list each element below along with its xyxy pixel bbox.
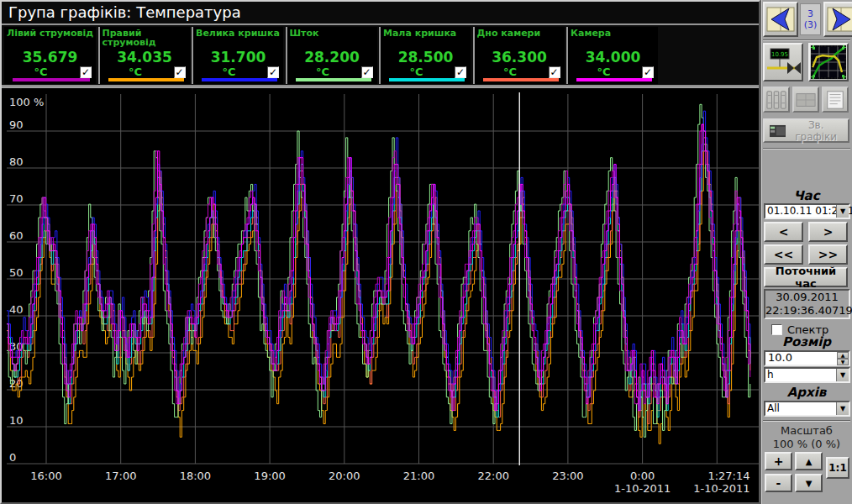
channel-visibility-checkbox[interactable]: ✓ [174, 66, 186, 78]
dropdown-arrow-icon[interactable]: ▼ [836, 402, 849, 415]
channel-name: Правий струмовід [100, 27, 190, 47]
scale-header: Масштаб [761, 424, 852, 437]
divider [763, 148, 850, 150]
channel-color-bar [483, 78, 559, 81]
svg-text:0:00: 0:00 [630, 470, 655, 482]
time-jump-back-button[interactable]: << [764, 244, 803, 265]
svg-text:80: 80 [9, 155, 24, 168]
svg-text:17:00: 17:00 [105, 470, 136, 482]
gauges-view-button[interactable] [763, 87, 790, 113]
channel-unit: °C [287, 66, 359, 78]
size-value: 10.0 [768, 351, 792, 364]
channel-value: 36.300 [475, 49, 565, 66]
channel-visibility-checkbox[interactable]: ✓ [267, 66, 279, 78]
zoom-out-button[interactable]: - [765, 474, 792, 492]
channel-name: Дно камери [475, 27, 565, 38]
channel-name: Лівий струмовід [4, 27, 96, 38]
table-view-button[interactable] [792, 87, 819, 113]
spinner-down-icon[interactable]: ▼ [837, 359, 849, 365]
control-sidebar: 3 (3) 10.95 [760, 0, 852, 504]
trend-plot[interactable]: 100 %102030405060708090016:0017:0018:001… [2, 88, 759, 502]
trend-view-button[interactable] [808, 43, 849, 81]
channel-value: 35.679 [4, 49, 96, 66]
size-unit-value: h [767, 369, 774, 381]
channel-visibility-checkbox[interactable]: ✓ [549, 66, 560, 78]
svg-text:100 %: 100 % [9, 96, 44, 108]
svg-text:70: 70 [9, 192, 24, 205]
current-time-button[interactable]: Поточний час [764, 267, 848, 287]
channel-visibility-checkbox[interactable]: ✓ [455, 66, 466, 78]
page-indicator: 3 (3) [800, 3, 821, 35]
gauges-icon [766, 90, 786, 110]
time-step-back-button[interactable]: < [764, 222, 803, 242]
channel-name: Шток [287, 27, 377, 38]
next-group-button[interactable] [823, 2, 852, 37]
time-section-header: Час [761, 188, 852, 203]
spectrum-checkbox[interactable] [771, 324, 782, 335]
dropdown-arrow-icon[interactable]: ▼ [836, 369, 849, 381]
channel-color-bar [13, 78, 90, 81]
svg-text:50: 50 [9, 266, 24, 279]
archive-header: Архів [761, 385, 852, 400]
archive-datetime-display: 30.09.2011 22:19:36.407196 [764, 289, 850, 319]
report-graphs-icon [770, 124, 786, 138]
archive-date: 30.09.2011 [765, 291, 849, 304]
svg-text:1:27:14: 1:27:14 [707, 470, 749, 482]
document-icon [825, 90, 845, 110]
channel-visibility-checkbox[interactable]: ✓ [642, 66, 654, 78]
legend-channel-4: Шток28.200°C✓ [286, 27, 377, 84]
chart-region: Група графіків: Температура Лівий струмо… [0, 0, 760, 504]
scale-value: 100 % (0 %) [761, 438, 852, 450]
svg-text:40: 40 [9, 303, 24, 316]
spinner-up-icon[interactable]: ▲ [837, 352, 849, 359]
mnemonic-view-button[interactable]: 10.95 [763, 43, 803, 81]
page-title: Група графіків: Температура [2, 2, 759, 24]
page-forward-icon [827, 5, 852, 34]
channel-name: Камера [568, 27, 658, 38]
svg-text:1-10-2011: 1-10-2011 [614, 482, 671, 495]
pan-down-button[interactable]: ▼ [795, 474, 823, 492]
page-current: 3 [801, 8, 820, 19]
svg-text:90: 90 [9, 118, 24, 131]
size-unit-combo[interactable]: h ▼ [764, 367, 850, 383]
svg-text:23:00: 23:00 [552, 470, 583, 482]
legend-channel-5: Мала кришка28.500°C✓ [379, 27, 471, 84]
one-to-one-button[interactable]: 1:1 [826, 457, 849, 479]
size-header: Розмір [761, 334, 852, 349]
svg-text:10: 10 [9, 414, 24, 427]
channel-color-bar [202, 78, 277, 81]
trend-viewer-window: Група графіків: Температура Лівий струмо… [0, 0, 852, 504]
legend-channel-2: Правий струмовід34.035°C✓ [98, 27, 190, 84]
dropdown-arrow-icon[interactable]: ▼ [836, 205, 849, 218]
document-view-button[interactable] [822, 87, 849, 113]
channel-unit: °C [381, 66, 452, 78]
archive-combo[interactable]: All ▼ [764, 401, 850, 417]
channel-unit: °C [100, 66, 171, 78]
channel-unit: °C [568, 66, 639, 78]
time-step-forward-button[interactable]: > [808, 222, 848, 242]
channel-value: 31.700 [193, 49, 283, 66]
zoom-in-button[interactable]: + [765, 452, 792, 470]
size-spinner[interactable]: 10.0 ▲▼ [764, 350, 850, 366]
channel-unit: °C [193, 66, 265, 78]
pan-up-button[interactable]: ▲ [795, 452, 823, 470]
legend-channel-7: Камера34.000°C✓ [566, 27, 658, 84]
report-graphs-button[interactable]: Зв. графіки [763, 118, 849, 143]
svg-text:19:00: 19:00 [254, 470, 285, 482]
svg-text:0: 0 [9, 451, 16, 464]
legend-channel-3: Велика кришка31.700°C✓ [192, 27, 283, 84]
channel-unit: °C [475, 66, 546, 78]
channel-visibility-checkbox[interactable]: ✓ [80, 66, 92, 78]
archive-time: 22:19:36.407196 [765, 304, 849, 318]
channel-value: 34.000 [568, 49, 658, 66]
time-combo[interactable]: 01.10.11 01:27:14 ▼ [764, 203, 850, 219]
report-graphs-label: Зв. графіки [789, 119, 843, 143]
prev-group-button[interactable] [763, 2, 798, 37]
svg-text:16:00: 16:00 [30, 470, 61, 482]
spectrum-row: Спектр [771, 323, 828, 335]
svg-text:22:00: 22:00 [477, 470, 508, 482]
channel-name: Велика кришка [193, 27, 283, 38]
time-jump-forward-button[interactable]: >> [808, 244, 848, 265]
page-total: (3) [801, 19, 820, 30]
channel-visibility-checkbox[interactable]: ✓ [361, 66, 373, 78]
